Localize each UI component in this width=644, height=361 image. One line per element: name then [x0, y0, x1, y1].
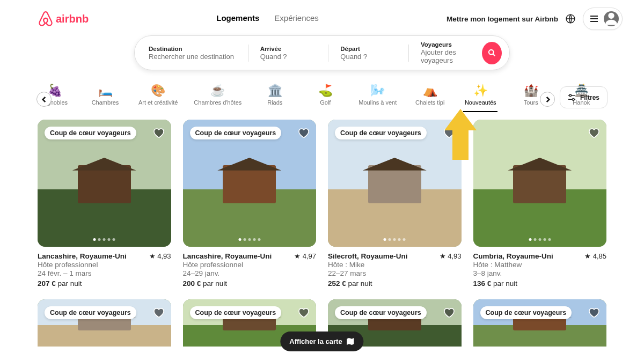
- listing-image[interactable]: Coup de cœur voyageurs: [38, 120, 171, 247]
- category-scroll[interactable]: 🍇Vignobles🛏️Chambres🎨Art et créativité☕C…: [38, 81, 606, 112]
- guest-favorite-badge: Coup de cœur voyageurs: [190, 306, 282, 319]
- airbnb-logo-icon: [38, 10, 54, 27]
- avatar: [604, 11, 619, 26]
- listing-card[interactable]: Coup de cœur voyageurs Lancashire, Royau…: [38, 120, 171, 288]
- destination-label: Destination: [149, 46, 236, 52]
- listing-title: Lancashire, Royaume-Uni: [38, 252, 127, 260]
- listing-card[interactable]: Coup de cœur voyageurs: [473, 299, 607, 347]
- filters-icon: [568, 93, 576, 101]
- category-prev-button[interactable]: [36, 92, 52, 107]
- category-nouveaut-s[interactable]: ✨Nouveautés: [463, 84, 497, 112]
- listing-rating: ★ 4,97: [294, 252, 316, 260]
- search-icon: [488, 49, 496, 57]
- wishlist-button[interactable]: [587, 306, 600, 319]
- category-riads[interactable]: 🏛️Riads: [258, 84, 292, 112]
- category-art-et-cr-ativit-[interactable]: 🎨Art et créativité: [138, 84, 178, 112]
- search-bar: Destination Rechercher une destination A…: [134, 35, 510, 70]
- wishlist-button[interactable]: [152, 126, 165, 139]
- chevron-right-icon: [545, 97, 551, 102]
- category-icon: 🏛️: [268, 84, 282, 97]
- listing-price: 252 € par nuit: [328, 279, 462, 288]
- logo[interactable]: airbnb: [38, 10, 89, 27]
- category-icon: ⛺: [423, 84, 437, 97]
- listing-card[interactable]: Coup de cœur voyageurs Lancashire, Royau…: [183, 120, 317, 288]
- heart-icon: [152, 306, 165, 319]
- category-chalets-tipi[interactable]: ⛺Chalets tipi: [413, 84, 447, 112]
- category-icon: 🌬️: [370, 84, 385, 97]
- heart-icon: [297, 126, 310, 139]
- user-menu[interactable]: [583, 8, 623, 30]
- listing-image[interactable]: [473, 120, 607, 247]
- carousel-dots: [384, 238, 406, 241]
- listing-card[interactable]: Coup de cœur voyageurs Silecroft, Royaum…: [328, 120, 462, 288]
- listings-grid: Coup de cœur voyageurs Lancashire, Royau…: [0, 120, 644, 288]
- destination-value: Rechercher une destination: [149, 53, 236, 61]
- category-next-button[interactable]: [540, 92, 555, 107]
- listing-dates: 22–27 mars: [328, 269, 462, 277]
- listing-host: Hôte : Matthew: [473, 261, 607, 269]
- listing-rating: ★ 4,93: [149, 252, 171, 260]
- listing-host: Hôte professionnel: [183, 261, 317, 269]
- heart-icon: [587, 126, 600, 139]
- filters-label: Filtres: [580, 94, 599, 101]
- wishlist-button[interactable]: [297, 126, 310, 139]
- listing-dates: 24 févr. – 1 mars: [38, 269, 171, 277]
- listing-image[interactable]: Coup de cœur voyageurs: [183, 120, 317, 247]
- listing-dates: 3–8 janv.: [473, 269, 607, 277]
- carousel-dots: [238, 238, 260, 241]
- checkout-label: Départ: [340, 46, 397, 52]
- search-button[interactable]: [482, 42, 502, 64]
- tab-logements[interactable]: Logements: [216, 13, 259, 25]
- category-icon: ⛳: [318, 84, 333, 97]
- category-label: Art et créativité: [138, 99, 178, 106]
- wishlist-button[interactable]: [442, 306, 455, 319]
- menu-icon: [590, 14, 598, 23]
- listing-price: 207 € par nuit: [38, 279, 171, 288]
- guest-favorite-badge: Coup de cœur voyageurs: [480, 306, 572, 319]
- category-icon: 🎨: [151, 84, 165, 97]
- search-checkin[interactable]: Arrivée Quand ?: [248, 45, 329, 62]
- filters-button[interactable]: Filtres: [560, 86, 608, 108]
- category-chambres-d-h-tes[interactable]: ☕Chambres d'hôtes: [194, 84, 241, 112]
- show-map-button[interactable]: Afficher la carte: [280, 331, 363, 351]
- guests-label: Voyageurs: [421, 41, 482, 48]
- category-icon: ✨: [473, 84, 488, 97]
- logo-text: airbnb: [56, 13, 89, 25]
- category-icon: 🏰: [524, 84, 538, 97]
- guest-favorite-badge: Coup de cœur voyageurs: [45, 127, 136, 139]
- carousel-dots: [93, 238, 115, 241]
- listing-image[interactable]: Coup de cœur voyageurs: [473, 299, 607, 347]
- listing-dates: 24–29 janv.: [183, 269, 317, 277]
- wishlist-button[interactable]: [297, 306, 310, 319]
- listing-image[interactable]: Coup de cœur voyageurs: [38, 299, 171, 347]
- listing-image[interactable]: Coup de cœur voyageurs: [328, 120, 462, 247]
- category-label: Tours: [524, 99, 538, 106]
- chevron-left-icon: [41, 97, 47, 102]
- become-host-link[interactable]: Mettre mon logement sur Airbnb: [447, 15, 558, 23]
- map-icon: [347, 337, 355, 345]
- checkin-value: Quand ?: [260, 53, 317, 61]
- heart-icon: [587, 306, 600, 319]
- guest-favorite-badge: Coup de cœur voyageurs: [335, 127, 427, 139]
- category-label: Chalets tipi: [415, 99, 444, 106]
- guest-favorite-badge: Coup de cœur voyageurs: [190, 127, 282, 139]
- tab-experiences[interactable]: Expériences: [274, 13, 319, 25]
- checkin-label: Arrivée: [260, 46, 317, 52]
- category-golf[interactable]: ⛳Golf: [308, 84, 342, 112]
- wishlist-button[interactable]: [152, 306, 165, 319]
- category-moulins-vent[interactable]: 🌬️Moulins à vent: [358, 84, 397, 112]
- search-guests[interactable]: Voyageurs Ajouter des voyageurs: [409, 40, 504, 65]
- listing-title: Lancashire, Royaume-Uni: [183, 252, 272, 260]
- wishlist-button[interactable]: [587, 126, 600, 139]
- category-chambres[interactable]: 🛏️Chambres: [88, 84, 122, 112]
- category-label: Chambres d'hôtes: [194, 99, 241, 106]
- search-destination[interactable]: Destination Rechercher une destination: [135, 45, 248, 62]
- globe-icon[interactable]: [566, 14, 575, 24]
- listing-card[interactable]: Cumbria, Royaume-Uni ★ 4,85 Hôte : Matth…: [473, 120, 607, 288]
- listing-host: Hôte : Mike: [328, 261, 462, 269]
- heart-icon: [442, 306, 455, 319]
- search-checkout[interactable]: Départ Quand ?: [328, 45, 409, 62]
- category-label: Chambres: [92, 99, 119, 106]
- listing-card[interactable]: Coup de cœur voyageurs: [38, 299, 171, 347]
- category-label: Nouveautés: [465, 99, 496, 106]
